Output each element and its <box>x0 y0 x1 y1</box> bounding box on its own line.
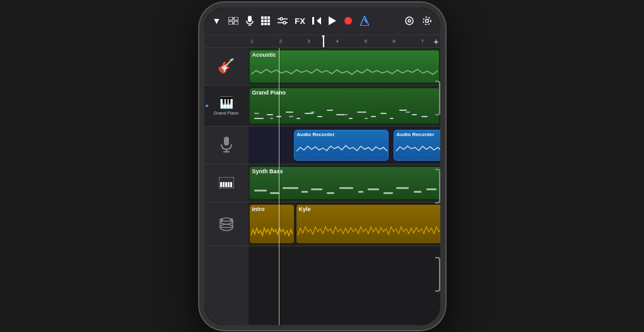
svg-rect-61 <box>357 112 366 113</box>
play-icon[interactable] <box>325 14 339 28</box>
region-grand-piano-1[interactable]: Grand Piano <box>250 88 439 123</box>
svg-rect-53 <box>276 116 281 117</box>
region-audio-2-label: Audio Recorder <box>394 130 440 139</box>
rewind-icon[interactable] <box>309 14 324 27</box>
mic-icon[interactable] <box>243 13 257 28</box>
record-icon[interactable] <box>341 14 356 28</box>
svg-point-29 <box>406 17 413 25</box>
svg-rect-38 <box>223 182 225 187</box>
region-audio-1[interactable]: Audio Recorder <box>294 130 389 161</box>
svg-rect-33 <box>224 137 229 146</box>
svg-rect-43 <box>224 178 225 182</box>
tracks-menu-icon[interactable]: ▼ <box>209 13 225 28</box>
svg-rect-11 <box>264 20 267 22</box>
svg-point-32 <box>423 17 431 25</box>
svg-rect-54 <box>286 112 293 113</box>
region-audio-2[interactable]: Audio Recorder <box>394 130 440 161</box>
svg-rect-87 <box>254 190 267 192</box>
svg-rect-70 <box>289 116 293 117</box>
track-header-piano-label: Grand Piano <box>214 111 238 115</box>
region-acoustic-label: Acoustic <box>250 50 439 59</box>
region-audio-1-label: Audio Recorder <box>295 130 388 139</box>
svg-rect-91 <box>311 188 322 190</box>
phone-screen: ▼ <box>204 8 440 325</box>
svg-rect-12 <box>267 20 270 22</box>
svg-rect-74 <box>406 112 410 113</box>
svg-rect-67 <box>421 116 428 117</box>
svg-rect-15 <box>267 23 270 25</box>
svg-point-20 <box>283 21 286 24</box>
svg-rect-65 <box>399 110 407 111</box>
svg-rect-3 <box>234 21 238 25</box>
svg-rect-58 <box>327 110 333 111</box>
svg-rect-9 <box>267 16 270 19</box>
tracks-area: 🎸 🎹 Grand Piano <box>204 48 440 325</box>
toolbar: ▼ <box>204 8 440 35</box>
fx-button[interactable]: FX <box>292 15 308 27</box>
svg-rect-23 <box>312 17 314 25</box>
region-intro[interactable]: Intro <box>250 205 294 243</box>
svg-rect-39 <box>225 182 227 187</box>
track-row-drums: Intro Kyle <box>249 202 440 246</box>
region-kyle[interactable]: Kyle <box>296 205 440 243</box>
settings-icon[interactable] <box>419 13 435 28</box>
playhead[interactable] <box>323 35 324 47</box>
loop-icon[interactable] <box>401 14 418 28</box>
metronome-icon[interactable] <box>357 13 372 28</box>
svg-rect-55 <box>296 118 300 119</box>
svg-rect-7 <box>261 16 264 19</box>
svg-rect-69 <box>270 118 273 119</box>
svg-rect-95 <box>368 188 379 190</box>
svg-rect-10 <box>261 20 264 22</box>
svg-marker-22 <box>317 17 321 25</box>
svg-rect-45 <box>229 178 230 182</box>
svg-rect-2 <box>228 21 233 25</box>
svg-rect-60 <box>349 118 353 119</box>
svg-rect-14 <box>264 23 267 25</box>
svg-point-30 <box>408 20 411 22</box>
track-row-synth: Synth Bass <box>249 164 440 202</box>
svg-rect-98 <box>414 191 421 193</box>
grid-icon[interactable] <box>258 14 273 28</box>
svg-point-25 <box>344 17 352 25</box>
track-header-acoustic[interactable]: 🎸 <box>204 48 249 86</box>
svg-rect-41 <box>230 182 232 187</box>
svg-rect-88 <box>270 192 279 194</box>
svg-rect-73 <box>365 118 368 119</box>
mixer-icon[interactable] <box>274 14 291 27</box>
track-headers: 🎸 🎹 Grand Piano <box>204 48 249 325</box>
svg-rect-97 <box>396 187 409 189</box>
track-type-icon[interactable] <box>225 14 242 27</box>
svg-rect-8 <box>264 16 267 19</box>
svg-point-17 <box>280 18 283 20</box>
region-synth-bass-label: Synth Bass <box>250 167 440 176</box>
region-acoustic[interactable]: Acoustic <box>250 50 439 83</box>
add-track-button[interactable]: + <box>433 35 438 48</box>
track-row-acoustic: Acoustic <box>249 48 440 86</box>
svg-rect-94 <box>358 191 363 193</box>
svg-rect-72 <box>342 114 348 115</box>
svg-rect-96 <box>383 192 393 194</box>
svg-point-50 <box>230 219 233 222</box>
track-header-drums[interactable] <box>204 202 249 246</box>
svg-point-31 <box>425 20 428 23</box>
svg-rect-68 <box>254 113 259 114</box>
svg-rect-44 <box>226 178 228 182</box>
svg-rect-52 <box>267 114 273 115</box>
side-bracket <box>435 48 440 325</box>
tracks-content: Acoustic Grand Piano <box>249 48 440 325</box>
svg-rect-93 <box>339 187 353 189</box>
region-kyle-label: Kyle <box>296 205 440 214</box>
track-row-audio: Audio Recorder Audio Recorder <box>249 127 440 164</box>
svg-rect-89 <box>283 187 298 189</box>
svg-rect-66 <box>412 114 417 115</box>
region-synth-bass[interactable]: Synth Bass <box>250 167 440 199</box>
svg-rect-51 <box>254 118 264 119</box>
track-header-audio[interactable] <box>204 127 249 164</box>
timeline-ruler: 1 2 3 4 5 6 7 8 + <box>204 35 440 48</box>
svg-rect-90 <box>302 191 308 193</box>
track-header-synth[interactable] <box>204 164 249 202</box>
track-header-piano[interactable]: 🎹 Grand Piano <box>204 86 249 127</box>
region-grand-piano-1-label: Grand Piano <box>250 88 439 97</box>
svg-marker-24 <box>329 16 336 25</box>
